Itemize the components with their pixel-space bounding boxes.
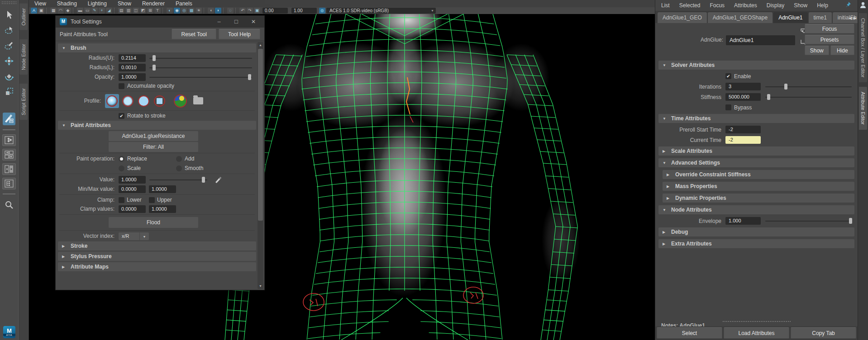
smooth-radio[interactable] — [176, 165, 182, 171]
toolbox-grip[interactable] — [1, 1, 17, 5]
node-attributes-header[interactable]: Node Attributes — [658, 205, 854, 214]
two-pane-layout-button[interactable] — [2, 163, 16, 175]
flood-button[interactable]: Flood — [109, 217, 198, 228]
maximize-button[interactable] — [229, 17, 243, 27]
camera-lock-icon[interactable]: ▭ — [84, 8, 91, 14]
snap-grid-icon[interactable]: ▦ — [50, 8, 57, 14]
viewport-menu-item[interactable]: Renderer — [142, 0, 165, 7]
resolution-gate-icon[interactable]: ↷ — [247, 8, 253, 14]
viewport-menu-item[interactable]: Show — [118, 0, 131, 7]
tab-script-editor[interactable]: Script Editor — [19, 84, 28, 120]
footer-button[interactable]: Select — [657, 327, 722, 339]
hypergraph-icon[interactable]: ◫ — [133, 8, 139, 14]
value-field[interactable]: 1.0000 — [119, 176, 146, 184]
scroll-up-arrow-icon[interactable] — [258, 42, 263, 48]
grease-pencil-icon[interactable]: ✎ — [91, 8, 98, 14]
paint-attribute-target-button[interactable]: AdnGlue1.glueResistance — [109, 131, 198, 141]
selection-mask-icon[interactable]: A — [31, 8, 37, 14]
attribute-editor-tab[interactable]: AdnGlue1 — [773, 12, 807, 23]
radius-u-field[interactable]: 0.2114 — [119, 54, 146, 62]
minimize-button[interactable] — [212, 17, 226, 27]
render-settings-icon[interactable]: ◎ — [181, 8, 187, 14]
value-slider[interactable] — [149, 176, 207, 184]
gate-mask-icon[interactable]: ▣ — [254, 8, 260, 14]
select-tool-button[interactable] — [3, 9, 15, 21]
replace-radio[interactable] — [119, 156, 124, 162]
brush-section-header[interactable]: Brush — [58, 43, 256, 52]
radius-l-field[interactable]: 0.0010 — [119, 64, 146, 71]
ipr-render-icon[interactable]: ◉ — [174, 8, 180, 14]
bypass-checkbox[interactable] — [725, 104, 731, 110]
current-time-field[interactable]: -2 — [725, 136, 761, 144]
image-brush-button[interactable] — [174, 94, 187, 108]
envelope-slider[interactable] — [765, 217, 852, 225]
envelope-field[interactable]: 1.000 — [725, 217, 761, 225]
isolate-select-icon[interactable]: ◖ — [208, 8, 214, 14]
pin-icon[interactable] — [845, 1, 852, 9]
viewport-menu-item[interactable]: Lighting — [88, 0, 107, 7]
max-value-field[interactable]: 1.0000 — [149, 185, 176, 193]
text-tool-icon[interactable]: T — [154, 8, 161, 14]
lasso-select-tool-button[interactable] — [3, 24, 15, 37]
stylus-pressure-section-header[interactable]: Stylus Pressure — [58, 252, 256, 261]
search-tools-button[interactable] — [3, 198, 15, 211]
viewport-menu-item[interactable]: Panels — [176, 0, 192, 7]
paint-attributes-section-header[interactable]: Paint Attributes — [58, 121, 256, 130]
focus-button[interactable]: Focus — [805, 24, 854, 33]
presets-button[interactable]: Presets — [805, 35, 854, 44]
tab-channel-box-layer-editor[interactable]: Channel Box / Layer Editor — [859, 13, 867, 82]
time-attributes-header[interactable]: Time Attributes — [658, 114, 854, 123]
attribute-editor-menu-item[interactable]: List — [661, 2, 670, 9]
scale-radio[interactable] — [119, 165, 124, 171]
attribute-editor-menu-item[interactable]: Focus — [710, 2, 725, 9]
snap-curve-icon[interactable]: ◠ — [57, 8, 64, 14]
clamp-min-field[interactable]: 0.0000 — [119, 205, 146, 213]
attribute-editor-menu-item[interactable]: Selected — [679, 2, 701, 9]
snap-point-icon[interactable]: ◆ — [65, 8, 71, 14]
rotate-tool-button[interactable] — [3, 70, 15, 83]
override-constraint-stiffness-header[interactable]: Override Constraint Stiffness — [663, 170, 854, 179]
radius-l-slider[interactable] — [149, 64, 252, 71]
textured-view-icon[interactable]: ▩ — [188, 8, 195, 14]
attribute-maps-section-header[interactable]: Attribute Maps — [58, 262, 256, 271]
paint-attributes-tool-button[interactable] — [3, 113, 15, 125]
notes-resize-grip[interactable] — [723, 321, 791, 322]
vector-index-dropdown[interactable]: x/R — [119, 232, 139, 240]
scale-attributes-header[interactable]: Scale Attributes — [658, 146, 854, 156]
outliner-layout-button[interactable] — [2, 178, 16, 189]
user-account-icon[interactable] — [859, 1, 867, 9]
hide-button[interactable]: Hide — [830, 46, 855, 55]
solid-brush-button[interactable] — [137, 94, 151, 108]
field-chart-icon[interactable]: ↶ — [239, 8, 246, 14]
extra-attributes-header[interactable]: Extra Attributes — [658, 239, 854, 248]
single-pane-layout-button[interactable] — [2, 134, 16, 146]
graph-editor-icon[interactable]: ◩ — [140, 8, 146, 14]
solver-attributes-header[interactable]: Solver Attributes — [658, 61, 854, 70]
soft-brush-button[interactable] — [121, 94, 135, 108]
viewport-menu-item[interactable]: Shading — [57, 0, 77, 7]
ik-handle-icon[interactable]: ◢ — [106, 8, 112, 14]
gamma-field[interactable]: 1.00 — [291, 8, 317, 14]
clamp-upper-checkbox[interactable] — [149, 197, 155, 203]
tab-scroll-left-icon[interactable]: ◀ — [849, 16, 852, 20]
scale-tool-button[interactable] — [3, 85, 15, 98]
mass-properties-header[interactable]: Mass Properties — [663, 182, 854, 191]
attribute-editor-menu-item[interactable]: Help — [817, 2, 828, 9]
move-tool-button[interactable] — [3, 55, 15, 67]
xray-icon[interactable]: ◗ — [215, 8, 221, 14]
iterations-slider[interactable] — [765, 83, 852, 90]
color-management-icon[interactable]: ◍ — [319, 8, 325, 14]
close-button[interactable] — [247, 17, 260, 27]
tool-help-button[interactable]: Tool Help — [219, 29, 260, 39]
highlight-selection-icon[interactable]: ▣ — [38, 8, 44, 14]
tool-settings-scrollbar[interactable] — [258, 42, 263, 289]
min-value-field[interactable]: 0.0000 — [119, 185, 146, 193]
accumulate-opacity-checkbox[interactable] — [119, 83, 124, 89]
input-connections-icon[interactable]: ▤ — [118, 8, 124, 14]
node-name-field[interactable]: AdnGlue1 — [726, 35, 795, 45]
tab-outliner[interactable]: Outliner — [19, 4, 28, 30]
attribute-editor-tab[interactable]: time1 — [809, 12, 832, 23]
tab-node-editor[interactable]: Node Editor — [19, 39, 28, 75]
footer-button[interactable]: Load Attributes — [724, 327, 789, 339]
preroll-field[interactable]: -2 — [725, 126, 761, 133]
